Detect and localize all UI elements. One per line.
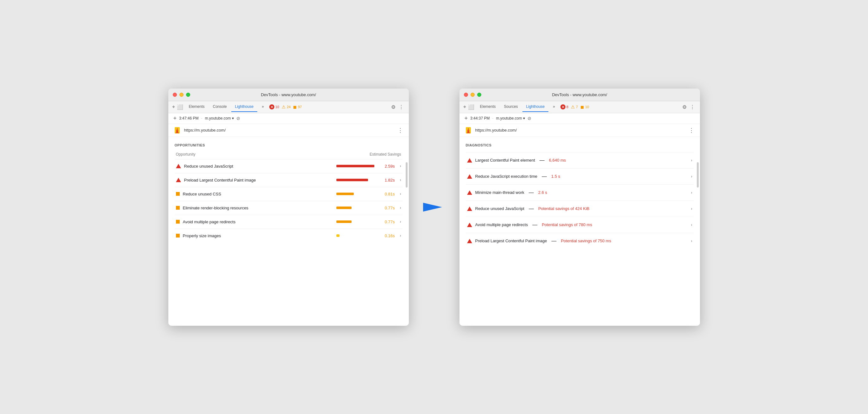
block-icon-right[interactable]: ⊘ xyxy=(528,116,531,121)
audit-savings-4: 0.77s xyxy=(381,205,395,210)
audit-item-6: Properly size images 0.16s › xyxy=(175,229,403,243)
square-icon-3 xyxy=(176,192,180,196)
settings-icon-right[interactable]: ⚙ xyxy=(681,103,688,111)
audit-savings-5: 0.77s xyxy=(381,220,395,224)
block-icon-left[interactable]: ⊘ xyxy=(237,116,240,121)
diag-chevron-6[interactable]: › xyxy=(691,239,692,243)
right-tab-bar: ⌖ ⬜ Elements Sources Lighthouse » ✕ 8 ⚠ … xyxy=(460,101,700,113)
tab-elements-right[interactable]: Elements xyxy=(476,102,500,112)
diag-item-5: Avoid multiple page redirects — Potentia… xyxy=(466,217,694,233)
error-icon-right: ✕ xyxy=(560,104,565,109)
diag-label-1: Largest Contentful Paint element xyxy=(475,158,535,163)
url-dots-right[interactable]: ⋮ xyxy=(689,127,695,134)
svg-rect-3 xyxy=(176,132,179,133)
error-count-left: 10 xyxy=(275,105,279,109)
audit-bar-container-5 xyxy=(336,220,377,223)
maximize-button-right[interactable] xyxy=(477,93,481,97)
diag-chevron-1[interactable]: › xyxy=(691,158,692,163)
chevron-icon-3[interactable]: › xyxy=(400,192,401,196)
add-icon-right[interactable]: + xyxy=(465,115,468,122)
lighthouse-logo-left xyxy=(174,127,181,134)
audit-bar-2 xyxy=(336,179,368,181)
badge-error-left: ✕ 10 xyxy=(269,104,279,109)
left-main-content: OPPORTUNITIES Opportunity Estimated Savi… xyxy=(168,137,409,326)
badge-error-right: ✕ 8 xyxy=(560,104,568,109)
tab-sources-right[interactable]: Sources xyxy=(500,102,522,112)
right-traffic-lights xyxy=(464,93,481,97)
diag-chevron-5[interactable]: › xyxy=(691,223,692,227)
toolbar-divider-right: - xyxy=(492,116,493,121)
minimize-button[interactable] xyxy=(179,93,184,97)
diag-chevron-4[interactable]: › xyxy=(691,206,692,211)
info-count-left: 97 xyxy=(298,105,302,109)
tab-console-left[interactable]: Console xyxy=(209,102,231,112)
toolbar-url-right[interactable]: m.youtube.com ▾ xyxy=(496,116,525,121)
minimize-button-right[interactable] xyxy=(470,93,475,97)
tab-more-left[interactable]: » xyxy=(258,102,268,112)
left-devtools-window: DevTools - www.youtube.com/ ⌖ ⬜ Elements… xyxy=(168,89,409,326)
diag-triangle-5 xyxy=(467,223,472,227)
close-button[interactable] xyxy=(173,93,177,97)
audit-label-2: Preload Largest Contentful Paint image xyxy=(184,178,333,183)
diag-label-6: Preload Largest Contentful Paint image xyxy=(475,238,547,243)
chevron-icon-5[interactable]: › xyxy=(400,220,401,224)
cursor-icon-right[interactable]: ⌖ xyxy=(463,104,466,110)
section-title-left: OPPORTUNITIES xyxy=(175,143,403,147)
info-count-right: 10 xyxy=(585,105,589,109)
diag-dash-6: — xyxy=(551,238,556,244)
audit-bar-container-1 xyxy=(336,165,377,167)
right-toolbar: + 3:44:37 PM - m.youtube.com ▾ ⊘ xyxy=(460,113,700,124)
diag-dash-1: — xyxy=(539,158,545,163)
more-options-icon-right[interactable]: ⋮ xyxy=(689,103,696,111)
add-icon-left[interactable]: + xyxy=(174,115,177,122)
chevron-icon-4[interactable]: › xyxy=(400,205,401,210)
badge-info-right: ◼ 10 xyxy=(580,104,589,109)
diag-chevron-3[interactable]: › xyxy=(691,190,692,195)
device-icon[interactable]: ⬜ xyxy=(177,104,183,110)
more-options-icon-left[interactable]: ⋮ xyxy=(398,103,405,111)
toolbar-url-left[interactable]: m.youtube.com ▾ xyxy=(205,116,234,121)
diag-label-4: Reduce unused JavaScript xyxy=(475,206,524,211)
settings-icon-left[interactable]: ⚙ xyxy=(390,103,397,111)
scrollbar-thumb-right[interactable] xyxy=(697,162,699,188)
diag-dash-5: — xyxy=(532,222,537,228)
audit-label-5: Avoid multiple page redirects xyxy=(183,220,333,224)
maximize-button[interactable] xyxy=(186,93,190,97)
diag-triangle-1 xyxy=(467,158,472,163)
diag-item-6: Preload Largest Contentful Paint image —… xyxy=(466,233,694,249)
diag-item-1: Largest Contentful Paint element — 6,640… xyxy=(466,152,694,168)
diag-item-2: Reduce JavaScript execution time — 1.5 s… xyxy=(466,168,694,184)
chevron-icon-1[interactable]: › xyxy=(400,164,401,168)
tab-lighthouse-right[interactable]: Lighthouse xyxy=(522,102,549,112)
cursor-icon[interactable]: ⌖ xyxy=(172,104,175,110)
audit-item-4: Eliminate render-blocking resources 0.77… xyxy=(175,201,403,215)
diag-label-2: Reduce JavaScript execution time xyxy=(475,174,538,179)
audit-item-5: Avoid multiple page redirects 0.77s › xyxy=(175,215,403,229)
scrollbar-thumb-left[interactable] xyxy=(406,162,408,188)
right-title-bar: DevTools - www.youtube.com/ xyxy=(460,89,700,101)
url-dots-left[interactable]: ⋮ xyxy=(398,127,404,134)
diag-chevron-2[interactable]: › xyxy=(691,174,692,179)
blue-arrow-container xyxy=(422,13,447,401)
diag-label-3: Minimize main-thread work xyxy=(475,190,524,195)
dropdown-arrow-right: ▾ xyxy=(523,116,525,121)
audit-item-1: Reduce unused JavaScript 2.59s › xyxy=(175,159,403,173)
tab-elements-left[interactable]: Elements xyxy=(185,102,209,112)
tab-lighthouse-left[interactable]: Lighthouse xyxy=(231,102,257,112)
close-button-right[interactable] xyxy=(464,93,468,97)
diag-item-3: Minimize main-thread work — 2.6 s › xyxy=(466,184,694,200)
toolbar-url-text-right: m.youtube.com xyxy=(496,116,522,121)
square-icon-5 xyxy=(176,220,180,224)
tab-more-right[interactable]: » xyxy=(549,102,559,112)
diag-value-1: 6,640 ms xyxy=(549,158,566,163)
audit-item-2: Preload Largest Contentful Paint image 1… xyxy=(175,173,403,187)
diag-triangle-6 xyxy=(467,239,472,243)
diag-value-6: Potential savings of 750 ms xyxy=(561,238,611,243)
diag-dash-2: — xyxy=(542,173,547,179)
left-tab-bar: ⌖ ⬜ Elements Console Lighthouse » ✕ 10 ⚠… xyxy=(168,101,409,113)
right-url-bar: https://m.youtube.com/ ⋮ xyxy=(460,124,700,137)
chevron-icon-6[interactable]: › xyxy=(400,233,401,238)
device-icon-right[interactable]: ⬜ xyxy=(468,104,474,110)
chevron-icon-2[interactable]: › xyxy=(400,178,401,182)
audit-label-6: Properly size images xyxy=(183,233,333,238)
